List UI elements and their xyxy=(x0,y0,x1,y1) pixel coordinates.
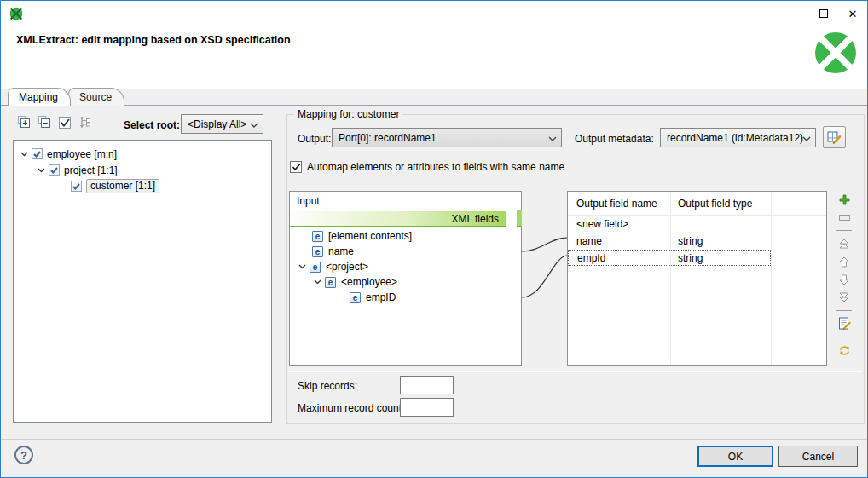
footer-separator xyxy=(1,439,867,440)
input-row-element-contents[interactable]: e [element contents] xyxy=(290,228,521,244)
input-panel: Input XML fields e [element contents] e … xyxy=(289,191,522,366)
output-label: Output: xyxy=(298,133,331,145)
check-icon xyxy=(292,163,301,171)
tree-item-label-selected[interactable]: customer [1:1] xyxy=(86,179,159,193)
tree-item-label[interactable]: employee [m:n] xyxy=(47,148,117,160)
output-fields-table[interactable]: Output field name Output field type <new… xyxy=(567,191,827,366)
refresh-mapping-button[interactable] xyxy=(836,343,852,357)
automap-label: Automap elements or attributes to fields… xyxy=(307,161,564,173)
chevron-down-icon xyxy=(250,123,258,128)
automap-checkbox[interactable] xyxy=(290,161,302,173)
double-chevron-up-icon xyxy=(838,239,850,249)
remove-field-button[interactable] xyxy=(836,210,852,224)
collapse-all-button[interactable]: − xyxy=(38,116,51,129)
input-row-employee[interactable]: e <employee> xyxy=(290,274,521,290)
check-all-button[interactable] xyxy=(59,117,71,129)
select-root-dropdown[interactable]: <Display All> xyxy=(181,114,263,134)
tree-item-label[interactable]: project [1:1] xyxy=(64,164,118,176)
refresh-icon xyxy=(838,344,851,357)
group-title: Mapping for: customer xyxy=(294,108,402,120)
move-top-button[interactable] xyxy=(836,237,852,251)
input-row-project[interactable]: e <project> xyxy=(290,259,521,274)
title-bar[interactable]: ✕ xyxy=(1,1,867,26)
page-title: XMLExtract: edit mapping based on XSD sp… xyxy=(16,34,291,46)
input-row-name[interactable]: e name xyxy=(290,244,521,259)
help-button[interactable]: ? xyxy=(14,446,33,464)
output-port-dropdown[interactable]: Port[0]: recordName1 xyxy=(332,128,562,147)
group-separator xyxy=(289,371,862,372)
edit-field-button[interactable] xyxy=(836,317,852,331)
maximize-button[interactable] xyxy=(809,1,838,26)
arrow-down-icon xyxy=(838,274,850,285)
skip-records-input[interactable] xyxy=(400,376,454,394)
element-icon: e xyxy=(312,231,323,242)
select-root-label: Select root: xyxy=(124,119,180,131)
check-all-icon xyxy=(61,118,70,127)
tab-mapping[interactable]: Mapping xyxy=(8,88,71,106)
tab-bar: Mapping Source xyxy=(8,88,124,106)
max-record-count-label: Maximum record count: xyxy=(298,402,404,414)
tab-source[interactable]: Source xyxy=(68,88,124,106)
max-record-count-input[interactable] xyxy=(400,398,454,417)
add-field-button[interactable] xyxy=(836,193,852,206)
maximize-icon xyxy=(819,9,828,18)
check-icon xyxy=(72,183,80,190)
ok-button[interactable]: OK xyxy=(697,446,773,467)
tree-row-project[interactable]: project [1:1] xyxy=(14,162,271,178)
minus-icon xyxy=(839,215,850,221)
table-body: <new field> name string empId string xyxy=(568,216,826,266)
minimize-button[interactable] xyxy=(780,1,809,26)
col-output-field-name: Output field name xyxy=(568,198,670,210)
input-panel-title: Input xyxy=(297,195,320,207)
expand-all-icon: + xyxy=(20,118,30,128)
table-row-new-field[interactable]: <new field> xyxy=(568,216,826,233)
close-button[interactable]: ✕ xyxy=(838,1,867,26)
double-chevron-down-icon xyxy=(838,292,850,302)
window-controls: ✕ xyxy=(780,1,867,26)
mapping-connector-lines xyxy=(522,191,567,366)
cancel-button[interactable]: Cancel xyxy=(778,446,858,467)
chevron-down-icon xyxy=(548,136,557,141)
automap-row[interactable]: Automap elements or attributes to fields… xyxy=(290,161,564,173)
toolbar-separator xyxy=(836,337,852,337)
element-icon: e xyxy=(310,262,321,273)
input-row-empid[interactable]: e empID xyxy=(290,290,521,305)
edit-metadata-button[interactable] xyxy=(823,126,846,148)
project-checkbox[interactable] xyxy=(49,164,60,176)
move-up-button[interactable] xyxy=(836,255,852,268)
check-icon xyxy=(50,167,58,174)
move-down-button[interactable] xyxy=(836,273,852,286)
table-row-empid-selected[interactable]: empId string xyxy=(568,250,771,266)
customer-checkbox[interactable] xyxy=(71,181,82,192)
move-bottom-button[interactable] xyxy=(836,291,852,304)
table-row-name[interactable]: name string xyxy=(568,233,826,250)
check-icon xyxy=(33,151,41,158)
element-icon: e xyxy=(325,277,336,288)
expander-icon[interactable] xyxy=(38,168,45,173)
arrow-up-icon xyxy=(838,256,850,268)
col-output-field-type: Output field type xyxy=(670,198,752,210)
xml-fields-header: XML fields xyxy=(290,210,506,227)
output-metadata-dropdown[interactable]: recordName1 (id:Metadata12) xyxy=(660,128,816,147)
table-header: Output field name Output field type xyxy=(568,192,826,216)
tab-strip-line xyxy=(1,105,867,106)
tree-row-customer[interactable]: customer [1:1] xyxy=(14,178,271,194)
employee-checkbox[interactable] xyxy=(32,148,43,159)
expander-icon[interactable] xyxy=(298,264,306,269)
mapping-group: Mapping for: customer Output: Port[0]: r… xyxy=(286,114,865,424)
chevron-down-icon xyxy=(802,136,811,141)
element-icon: e xyxy=(312,246,323,257)
tree-structure-icon[interactable] xyxy=(78,116,92,130)
skip-records-label: Skip records: xyxy=(298,380,357,392)
edit-metadata-icon xyxy=(827,130,842,145)
help-icon: ? xyxy=(20,449,27,462)
xmlextract-dialog: ✕ XMLExtract: edit mapping based on XSD … xyxy=(0,0,868,478)
xml-fields-tree[interactable]: e [element contents] e name e <project> … xyxy=(290,228,521,305)
tree-row-employee[interactable]: employee [m:n] xyxy=(14,146,271,162)
tree-toolbar: + − xyxy=(18,115,92,130)
expander-icon[interactable] xyxy=(314,279,321,285)
expand-all-button[interactable]: + xyxy=(18,116,31,129)
expander-icon[interactable] xyxy=(20,152,28,157)
toolbar-separator xyxy=(836,230,852,231)
xsd-element-tree[interactable]: employee [m:n] project [1:1] customer [1… xyxy=(13,140,272,423)
